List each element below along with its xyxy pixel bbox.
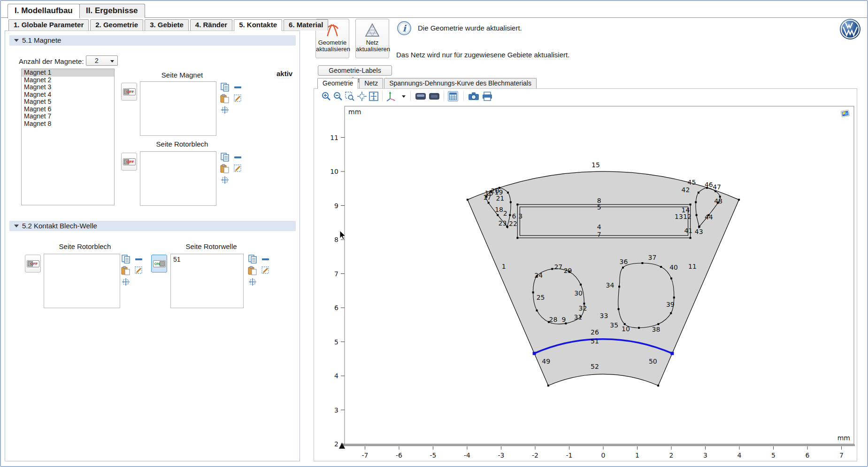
section-header-kontakt[interactable]: 5.2 Kontakt Blech-Welle <box>9 221 296 231</box>
magnet-list-item[interactable]: Magnet 2 <box>22 77 114 84</box>
toolbar-separator <box>444 91 444 101</box>
magnet-list-item[interactable]: Magnet 7 <box>22 113 114 120</box>
seite-rotorblech-selection-box[interactable] <box>140 151 216 206</box>
y-tick-label: 5 <box>334 338 338 346</box>
paste-selection-icon[interactable] <box>248 266 257 275</box>
tab-modellaufbau[interactable]: I. Modellaufbau <box>8 4 80 18</box>
kontakt-rotorwelle-toggle[interactable]: ON <box>151 255 167 272</box>
seite-magnet-toggle[interactable]: OFF <box>121 83 137 101</box>
vertex-dot <box>618 308 620 310</box>
y-tick-label: 10 <box>330 168 338 175</box>
vertex-dot <box>695 201 697 203</box>
magnet-list-item[interactable]: Magnet 8 <box>22 120 114 128</box>
zoom-in-icon[interactable] <box>321 91 331 101</box>
remove-selection-icon[interactable] <box>233 83 243 92</box>
remove-selection-icon[interactable] <box>261 255 270 264</box>
view-tab-3[interactable]: Spannungs-Dehnungs-Kurve des Blechmateri… <box>384 78 537 88</box>
edge-label-50: 50 <box>649 358 657 365</box>
vertex-dot <box>690 203 691 205</box>
edge-label-5: 5 <box>597 203 601 211</box>
view-tab-1[interactable]: Geometrie <box>317 78 358 89</box>
zoom-to-selection-icon[interactable] <box>220 105 230 115</box>
section-title: 5.2 Kontakt Blech-Welle <box>22 222 97 230</box>
magnet-list[interactable]: Magnet 1Magnet 2Magnet 3Magnet 4Magnet 5… <box>21 69 115 205</box>
magnet-list-item[interactable]: Magnet 3 <box>22 84 114 91</box>
paste-selection-icon[interactable] <box>220 164 230 173</box>
print-icon[interactable] <box>481 91 493 101</box>
remove-selection-icon[interactable] <box>134 255 144 264</box>
magnet-list-item[interactable]: Magnet 1 <box>22 69 114 77</box>
info-icon: i <box>397 21 412 36</box>
paste-selection-icon[interactable] <box>121 266 131 275</box>
vertex-dot <box>547 385 549 387</box>
clear-selection-icon[interactable] <box>134 266 144 275</box>
clear-selection-icon[interactable] <box>233 94 243 103</box>
seite-magnet-title: Seite Magnet <box>140 71 224 79</box>
edge-label-28: 28 <box>549 316 557 323</box>
axis-orientation-icon[interactable] <box>385 91 399 101</box>
subtab-2[interactable]: 2. Geometrie <box>90 19 143 31</box>
clear-selection-icon[interactable] <box>233 164 243 173</box>
subtab-6[interactable]: 6. Material <box>284 19 328 31</box>
paste-selection-icon[interactable] <box>220 94 230 103</box>
copy-selection-icon[interactable] <box>248 255 257 264</box>
section-header-magnete[interactable]: 5.1 Magnete <box>9 35 296 46</box>
zoom-box-icon[interactable] <box>345 91 355 101</box>
x-tick-label: 2 <box>669 451 674 459</box>
magnet-count-value: 2 <box>95 57 99 64</box>
copy-image-icon[interactable] <box>428 91 440 101</box>
edge-label-3: 3 <box>518 212 522 220</box>
kontakt-rotorblech-toggle[interactable]: OFF <box>25 255 41 272</box>
zoom-fit-icon[interactable] <box>369 91 379 101</box>
remove-selection-icon[interactable] <box>233 153 243 162</box>
magnet-count-dropdown[interactable]: 2 <box>86 55 118 66</box>
y-tick-label: 6 <box>334 304 338 311</box>
subtab-4[interactable]: 4. Ränder <box>190 19 232 31</box>
update-mesh-button[interactable]: Netz aktualisieren <box>355 19 389 58</box>
edge-label-31: 31 <box>574 313 582 321</box>
zoom-to-selection-icon[interactable] <box>121 277 131 287</box>
y-tick-label: 9 <box>334 202 338 210</box>
zoom-out-icon[interactable] <box>333 91 343 101</box>
toggle-state-label: OFF <box>127 160 134 164</box>
show-geometry-labels-button[interactable]: Geometrie-Labels zeigen <box>318 65 392 76</box>
colormap-icon[interactable] <box>840 109 851 119</box>
edge-label-13: 13 <box>675 213 683 220</box>
subtab-3[interactable]: 3. Gebiete <box>145 19 189 31</box>
zoom-to-selection-icon[interactable] <box>248 277 257 287</box>
edge-label-26: 26 <box>591 328 599 336</box>
toggle-state-label: OFF <box>31 262 38 266</box>
vertex-dot <box>509 214 511 216</box>
edge-label-2: 2 <box>503 210 507 217</box>
selection-icons-magnet <box>220 83 245 120</box>
snapshot-camera-icon[interactable] <box>468 91 480 101</box>
section-title: 5.1 Magnete <box>22 36 61 44</box>
zoom-extents-icon[interactable] <box>357 91 367 101</box>
view-tab-2[interactable]: Netz <box>359 78 383 88</box>
vertex-dot <box>638 327 640 329</box>
x-tick-label: 7 <box>839 451 844 459</box>
orientation-dropdown-caret-icon[interactable] <box>400 91 407 101</box>
x-tick-label: -3 <box>498 451 505 459</box>
grid-toggle-icon[interactable] <box>448 91 458 101</box>
copy-selection-icon[interactable] <box>121 255 131 264</box>
seite-magnet-selection-box[interactable] <box>140 81 216 136</box>
contact-endpoint-dot <box>670 352 674 355</box>
magnet-list-item[interactable]: Magnet 5 <box>22 98 114 106</box>
tab-ergebnisse[interactable]: II. Ergebnisse <box>79 4 145 18</box>
clear-selection-icon[interactable] <box>261 266 270 275</box>
magnet-list-item[interactable]: Magnet 4 <box>22 91 114 99</box>
export-image-icon[interactable] <box>415 91 427 101</box>
selected-edge-number: 51 <box>173 256 181 263</box>
kontakt-rotorwelle-title: Seite Rotorwelle <box>169 242 253 250</box>
subtab-5[interactable]: 5. Kontakte <box>234 19 282 31</box>
kontakt-rotorwelle-selection-box[interactable]: 51 <box>170 254 244 308</box>
zoom-to-selection-icon[interactable] <box>220 175 230 185</box>
copy-selection-icon[interactable] <box>220 83 230 92</box>
magnet-list-item[interactable]: Magnet 6 <box>22 106 114 113</box>
seite-rotorblech-toggle[interactable]: OFF <box>121 153 137 171</box>
copy-selection-icon[interactable] <box>220 153 230 162</box>
subtab-1[interactable]: 1. Globale Parameter <box>8 19 89 31</box>
kontakt-rotorblech-selection-box[interactable] <box>44 254 120 308</box>
edge-label-25: 25 <box>537 294 545 301</box>
